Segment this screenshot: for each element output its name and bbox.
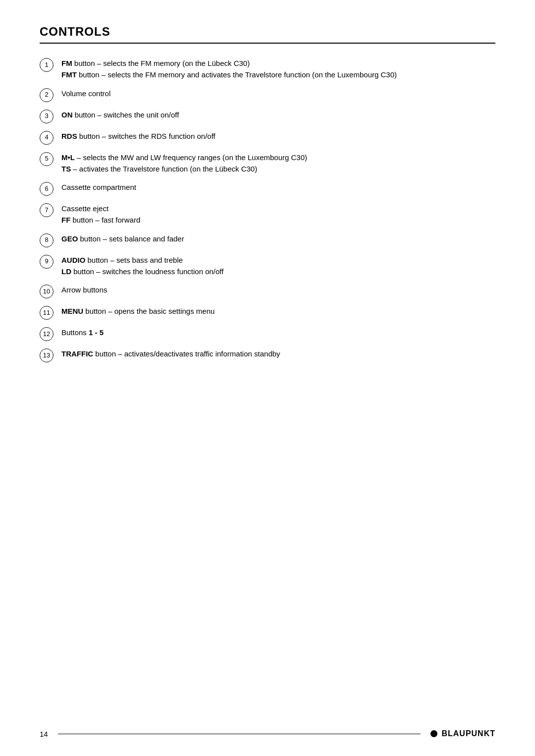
list-item: 1FM button – selects the FM memory (on t… xyxy=(40,58,495,81)
list-item: 2Volume control xyxy=(40,88,495,102)
item-text: Buttons 1 - 5 xyxy=(61,327,495,338)
item-text: AUDIO button – sets bass and trebleLD bu… xyxy=(61,254,495,278)
item-number: 6 xyxy=(40,182,54,196)
list-item: 10Arrow buttons xyxy=(40,284,495,298)
page-number: 14 xyxy=(40,730,48,738)
item-number: 9 xyxy=(40,255,54,269)
item-number: 2 xyxy=(40,88,54,102)
page: CONTROLS 1FM button – selects the FM mem… xyxy=(0,0,535,756)
list-item: 6Cassette compartment xyxy=(40,181,495,196)
item-text: Cassette ejectFF button – fast forward xyxy=(61,203,495,226)
brand-dot-icon xyxy=(430,730,437,737)
brand-logo: BLAUPUNKT xyxy=(430,729,495,738)
item-text: Cassette compartment xyxy=(61,181,495,193)
item-number: 13 xyxy=(40,349,54,362)
item-text: Arrow buttons xyxy=(61,284,495,295)
item-text: MENU button – opens the basic settings m… xyxy=(61,305,495,317)
item-number: 3 xyxy=(40,110,54,123)
title-divider xyxy=(40,43,495,44)
item-number: 5 xyxy=(40,152,54,166)
item-text: RDS button – switches the RDS function o… xyxy=(61,130,495,142)
footer-rule xyxy=(58,734,421,734)
item-text: Volume control xyxy=(61,88,495,99)
item-text: TRAFFIC button – activates/deactivates t… xyxy=(61,348,495,359)
list-item: 9AUDIO button – sets bass and trebleLD b… xyxy=(40,254,495,278)
list-item: 5M•L – selects the MW and LW frequency r… xyxy=(40,152,495,175)
item-text: ON button – switches the unit on/off xyxy=(61,109,495,120)
controls-list: 1FM button – selects the FM memory (on t… xyxy=(40,58,495,362)
item-text: GEO button – sets balance and fader xyxy=(61,233,495,244)
list-item: 8GEO button – sets balance and fader xyxy=(40,233,495,247)
list-item: 4RDS button – switches the RDS function … xyxy=(40,130,495,145)
item-text: FM button – selects the FM memory (on th… xyxy=(61,58,495,81)
item-number: 8 xyxy=(40,233,54,247)
list-item: 12Buttons 1 - 5 xyxy=(40,327,495,341)
item-number: 10 xyxy=(40,285,54,298)
list-item: 11MENU button – opens the basic settings… xyxy=(40,305,495,320)
item-text: M•L – selects the MW and LW frequency ra… xyxy=(61,152,495,175)
footer: 14 BLAUPUNKT xyxy=(40,729,495,738)
item-number: 7 xyxy=(40,203,54,217)
item-number: 11 xyxy=(40,306,54,320)
item-number: 12 xyxy=(40,327,54,341)
list-item: 7Cassette ejectFF button – fast forward xyxy=(40,203,495,226)
list-item: 13TRAFFIC button – activates/deactivates… xyxy=(40,348,495,362)
page-title: CONTROLS xyxy=(40,25,495,39)
item-number: 1 xyxy=(40,58,54,72)
list-item: 3ON button – switches the unit on/off xyxy=(40,109,495,123)
brand-name: BLAUPUNKT xyxy=(441,729,495,738)
item-number: 4 xyxy=(40,131,54,145)
